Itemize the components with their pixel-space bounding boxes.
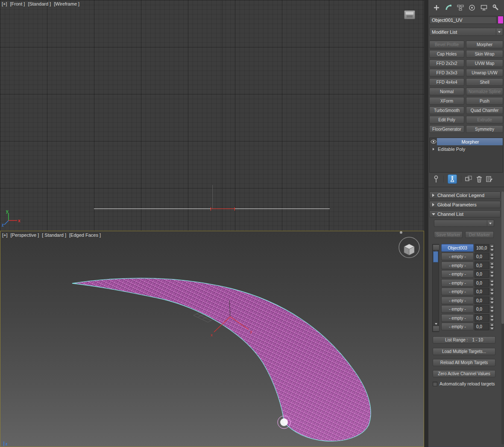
modifier-button-turbosmooth[interactable]: TurboSmooth [429, 106, 464, 114]
reload-all-morph-targets-button[interactable]: Reload All Morph Targets [433, 359, 495, 366]
scroll-up-button[interactable] [433, 244, 440, 250]
channel-button-1[interactable]: - empty - [441, 253, 474, 260]
modifier-list-dropdown[interactable]: Modifier List [429, 28, 503, 36]
channel-value-1[interactable]: 0,0 [475, 253, 489, 260]
viewport-menu-plus[interactable]: [+] [2, 1, 7, 6]
scroll-down-button[interactable] [433, 326, 440, 332]
viewport-name-menu[interactable]: [Perspective ] [11, 232, 39, 238]
configure-modifier-sets-icon[interactable] [486, 176, 493, 182]
viewport-name-menu[interactable]: [Front ] [10, 1, 25, 6]
viewport-front[interactable]: [+][Front ][Standard ][Wireframe ] y x z [0, 0, 424, 231]
channel-value-3[interactable]: 0,0 [475, 270, 489, 278]
rollout-title: Global Parameters [437, 202, 477, 207]
load-multiple-targets-button[interactable]: Load Multiple Targets... [433, 348, 495, 355]
modifier-button-shell[interactable]: Shell [466, 78, 503, 86]
viewport-perspective[interactable]: [+][Perspective ][ Standard ][Edged Face… [0, 231, 424, 447]
modifier-button-morpher[interactable]: Morpher [466, 41, 503, 48]
channel-button-3[interactable]: - empty - [441, 270, 474, 278]
modifier-button-normal[interactable]: Normal [429, 88, 464, 95]
channel-button-2[interactable]: - empty - [441, 262, 474, 269]
viewport-renderer-menu[interactable]: [Standard ] [28, 1, 51, 6]
make-unique-icon[interactable] [465, 176, 472, 182]
utilities-tab-icon[interactable] [491, 3, 501, 12]
display-tab-icon[interactable] [479, 3, 489, 12]
channel-value-7[interactable]: 0,0 [475, 305, 489, 313]
channel-value-9[interactable]: 0,0 [475, 323, 489, 330]
world-axis-tripod: y x z [1, 209, 21, 227]
channel-scroll-thumb[interactable] [433, 251, 438, 262]
channel-button-9[interactable]: - empty - [441, 323, 474, 330]
modifier-button-uvw-map[interactable]: UVW Map [466, 59, 503, 67]
modifier-button-floorgenerator[interactable]: FloorGenerator [429, 125, 464, 133]
channel-button-object003[interactable]: Object003 [441, 244, 474, 252]
world-axis-corner: z [4, 441, 8, 446]
channel-button-4[interactable]: - empty - [441, 279, 474, 287]
channel-spinner-9[interactable] [489, 323, 494, 330]
channel-spinner-4[interactable] [489, 279, 494, 287]
viewport-widget-icon[interactable] [404, 10, 415, 19]
selection-gizmo-segment[interactable] [211, 209, 235, 209]
panel-scrollbar[interactable] [501, 191, 504, 444]
channel-value-0[interactable]: 100,0 [475, 244, 489, 252]
rollout-channel-color-legend[interactable]: Channel Color Legend [429, 191, 501, 199]
channel-spinner-1[interactable] [489, 253, 494, 260]
channel-value-2[interactable]: 0,0 [475, 262, 489, 269]
modifier-button-quad-chamfer[interactable]: Quad Chamfer [466, 106, 503, 114]
visibility-eye-icon[interactable] [430, 140, 437, 144]
object-name-field[interactable]: Object001_UV [429, 16, 497, 24]
panel-divider [428, 187, 504, 187]
channel-spinner-2[interactable] [489, 262, 494, 269]
marker-dropdown[interactable] [434, 220, 494, 227]
stack-row-editable-poly[interactable]: Editable Poly [430, 145, 503, 153]
hierarchy-tab-icon[interactable] [456, 3, 465, 12]
modifier-button-cap-holes[interactable]: Cap Holes [429, 50, 464, 58]
viewport-renderer-menu[interactable]: [ Standard ] [42, 232, 66, 238]
pin-stack-icon[interactable] [433, 175, 440, 183]
viewport-menu-plus[interactable]: [+] [2, 232, 8, 238]
modifier-button-symmetry[interactable]: Symmetry [466, 125, 503, 133]
create-tab-icon[interactable] [432, 3, 441, 12]
viewport-shading-menu[interactable]: [Edged Faces ] [69, 232, 101, 238]
channel-value-8[interactable]: 0,0 [475, 314, 489, 322]
channel-spinner-3[interactable] [489, 270, 494, 278]
viewport-shading-menu[interactable]: [Wireframe ] [54, 1, 79, 6]
remove-modifier-trash-icon[interactable] [476, 176, 482, 182]
modifier-list-label: Modifier List [432, 29, 457, 35]
expand-arrow-icon[interactable] [430, 148, 437, 150]
auto-reload-checkbox[interactable] [433, 382, 437, 386]
modifier-button-ffd-4x4x4[interactable]: FFD 4x4x4 [429, 78, 464, 86]
modifier-button-xform[interactable]: XForm [429, 97, 464, 105]
rollout-channel-list[interactable]: Channel List [429, 210, 501, 218]
channel-button-7[interactable]: - empty - [441, 305, 474, 313]
channel-button-8[interactable]: - empty - [441, 314, 474, 322]
modifier-button-ffd-2x2x2[interactable]: FFD 2x2x2 [429, 59, 464, 67]
object-color-swatch[interactable] [498, 16, 504, 24]
list-range-bar[interactable]: List Range : 1 - 10 [433, 336, 495, 344]
modify-tab-icon[interactable] [444, 3, 453, 12]
modifier-button-unwrap-uvw[interactable]: Unwrap UVW [466, 69, 503, 76]
channel-button-6[interactable]: - empty - [441, 297, 474, 304]
channel-value-5[interactable]: 0,0 [475, 288, 489, 295]
toolbar-separator [443, 176, 444, 182]
channel-button-5[interactable]: - empty - [441, 288, 474, 295]
modifier-button-push[interactable]: Push [466, 97, 503, 105]
show-end-result-icon[interactable] [448, 174, 457, 184]
modifier-button-skin-wrap[interactable]: Skin Wrap [466, 50, 503, 58]
channel-spinner-8[interactable] [489, 314, 494, 322]
channel-spinner-7[interactable] [489, 305, 494, 313]
zero-active-channel-values-button[interactable]: Zero Active Channel Values [433, 370, 495, 377]
channel-value-4[interactable]: 0,0 [475, 279, 489, 287]
channel-value-6[interactable]: 0,0 [475, 297, 489, 304]
motion-tab-icon[interactable] [467, 3, 477, 12]
gizmo-vertical-axis [212, 185, 213, 209]
channel-spinner-6[interactable] [489, 297, 494, 304]
grid-origin-line [222, 0, 223, 231]
viewcube-home-icon [400, 231, 402, 234]
channel-spinner-0[interactable] [489, 244, 494, 252]
rollout-global-parameters[interactable]: Global Parameters [429, 201, 501, 208]
viewport-area: [+][Front ][Standard ][Wireframe ] y x z… [0, 0, 428, 447]
stack-row-morpher[interactable]: Morpher [430, 138, 503, 145]
channel-spinner-5[interactable] [489, 288, 494, 295]
modifier-button-edit-poly[interactable]: Edit Poly [429, 116, 464, 124]
modifier-button-ffd-3x3x3[interactable]: FFD 3x3x3 [429, 69, 464, 76]
